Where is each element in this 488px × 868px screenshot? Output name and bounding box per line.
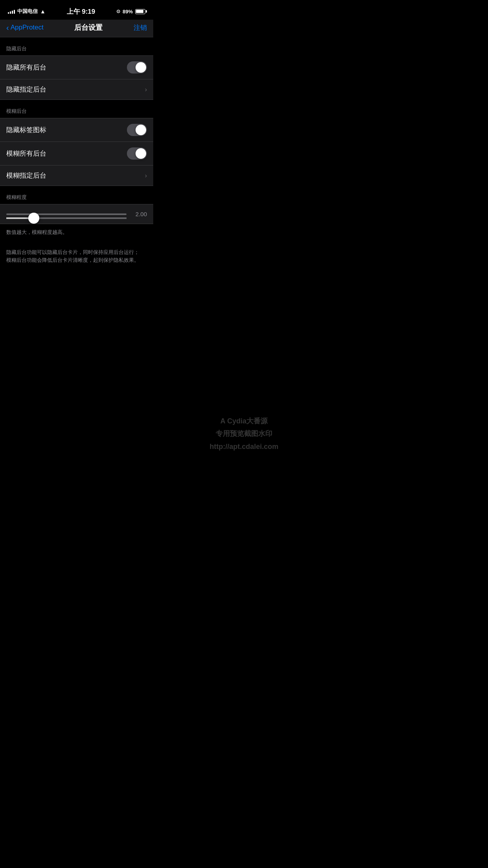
row-hide-specific[interactable]: 隐藏指定后台 › (0, 79, 153, 99)
chevron-right-icon-2: › (145, 172, 147, 179)
row-right-hide-tab (127, 124, 147, 136)
back-label: AppProtect (11, 24, 44, 31)
battery-fill (136, 10, 143, 13)
page-title: 后台设置 (74, 23, 103, 32)
toggle-hide-tab-icon[interactable] (127, 124, 147, 136)
toggle-hide-all[interactable] (127, 61, 147, 74)
settings-group-hide: 隐藏所有后台 隐藏指定后台 › (0, 55, 153, 100)
status-time: 上午 9:19 (67, 7, 95, 16)
info-text: 数值越大，模糊程度越高。 (0, 224, 153, 241)
wifi-icon: ▲ (40, 8, 46, 15)
row-label-hide-all: 隐藏所有后台 (6, 63, 46, 72)
section-header-hide: 隐藏后台 (0, 37, 153, 55)
signal-bar-2 (10, 11, 11, 14)
signal-bar-4 (14, 10, 15, 14)
section-header-blur: 模糊后台 (0, 100, 153, 118)
back-button[interactable]: ‹ AppProtect (6, 24, 44, 31)
slider-track (6, 213, 127, 215)
status-left: 中国电信 ▲ (8, 8, 46, 15)
carrier-label: 中国电信 (17, 8, 38, 15)
row-hide-tab-icon[interactable]: 隐藏标签图标 (0, 118, 153, 142)
slider-container: 2.00 (6, 211, 147, 217)
chevron-right-icon-1: › (145, 86, 147, 93)
battery-icon (135, 9, 145, 14)
signal-bar-3 (12, 11, 13, 14)
row-label-blur-all: 模糊所有后台 (6, 149, 46, 158)
description-content: 隐藏后台功能可以隐藏后台卡片，同时保持应用后台运行；模糊后台功能会降低后台卡片清… (6, 249, 139, 263)
toggle-thumb-hide-tab (136, 125, 146, 135)
blur-level-slider[interactable] (6, 217, 127, 219)
lock-icon: ⊙ (116, 9, 120, 14)
battery-percent: 89% (123, 9, 133, 15)
row-label-blur-specific: 模糊指定后台 (6, 171, 46, 180)
signal-bars (8, 9, 15, 14)
section-header-blur-level: 模糊程度 (0, 186, 153, 204)
slider-value: 2.00 (131, 211, 147, 217)
row-blur-all[interactable]: 模糊所有后台 (0, 142, 153, 166)
row-label-hide-tab-icon: 隐藏标签图标 (6, 125, 46, 134)
row-hide-all[interactable]: 隐藏所有后台 (0, 56, 153, 79)
description-text: 隐藏后台功能可以隐藏后台卡片，同时保持应用后台运行；模糊后台功能会降低后台卡片清… (0, 241, 153, 272)
slider-section: 2.00 (0, 204, 153, 224)
row-right-blur-all (127, 147, 147, 160)
row-label-hide-specific: 隐藏指定后台 (6, 85, 46, 94)
row-right-hide-all (127, 61, 147, 74)
status-bar: 中国电信 ▲ 上午 9:19 ⊙ 89% (0, 0, 153, 20)
row-blur-specific[interactable]: 模糊指定后台 › (0, 166, 153, 186)
nav-bar: ‹ AppProtect 后台设置 注销 (0, 20, 153, 37)
toggle-blur-all[interactable] (127, 147, 147, 160)
toggle-thumb-hide-all (136, 62, 146, 73)
toggle-thumb-blur-all (136, 148, 146, 159)
row-right-blur-specific: › (145, 172, 147, 179)
status-right: ⊙ 89% (116, 9, 145, 15)
row-right-hide-specific: › (145, 86, 147, 93)
chevron-left-icon: ‹ (6, 24, 9, 31)
action-button[interactable]: 注销 (134, 23, 147, 32)
signal-bar-1 (8, 12, 9, 14)
settings-group-blur: 隐藏标签图标 模糊所有后台 模糊指定后台 › (0, 118, 153, 186)
